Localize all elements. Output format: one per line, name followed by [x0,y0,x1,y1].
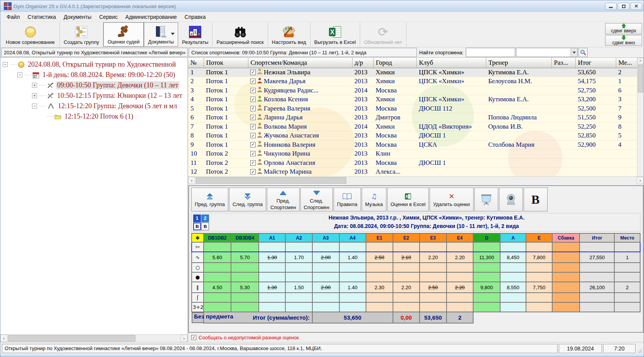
score-cell[interactable] [473,293,500,302]
score-cell[interactable] [393,302,420,312]
grid-header-Место[interactable]: Место [614,233,640,242]
apparatus-row-3[interactable]: ● [192,272,640,282]
table-row[interactable]: 10Поток 2✓Чикунова Ирина2013Клин [188,149,638,159]
table-row[interactable]: 11Поток 2✓Орлова Анастасия2013МоскваДЮСШ… [188,158,638,168]
tree-item-3[interactable]: +10:50-12:15 Группа: Юниорки (12 – 13 ле… [0,91,187,101]
tab-performance-2[interactable]: 2 [201,215,209,222]
table-row[interactable]: 3Поток 1✓Кудрявцева Радис...2014Москва52… [188,86,638,95]
column-header-Спортсмен/Команда[interactable]: Спортсмен/Команда [248,58,352,68]
column-header-Город[interactable]: Город [373,58,416,68]
column-header-Поток[interactable]: Поток [204,58,248,68]
score-cell[interactable] [552,263,580,272]
score-button-music[interactable]: ♫Музыка [362,188,386,211]
tree-expander[interactable]: + [32,83,37,88]
score-cell[interactable] [447,263,474,272]
score-cell[interactable] [231,263,259,272]
tree-item-4[interactable]: −12:15-12:20 Группа: Девочки (5 лет и мл [0,101,187,111]
athlete-checkbox[interactable]: ✓ [250,142,256,147]
score-cell[interactable]: 7,750 [526,282,552,293]
column-header-Тренер[interactable]: Тренер [486,58,551,68]
score-cell[interactable] [614,242,640,252]
score-cell[interactable]: 5.30 [231,282,259,293]
score-cell[interactable] [552,252,580,263]
scroll-right-button[interactable]: › [180,335,187,342]
athlete-checkbox[interactable]: ✓ [250,133,256,138]
score-cell[interactable] [580,242,614,252]
score-cell[interactable] [259,263,286,272]
apparatus-row-0[interactable]: ✄ [192,242,640,252]
tab-b-1[interactable]: B [193,223,201,230]
scroll-right-button[interactable]: › [637,177,644,184]
score-cell[interactable] [204,272,231,282]
score-cell[interactable] [552,272,580,282]
tree-expander[interactable]: − [17,72,22,77]
grid-header-✻[interactable]: ✻ [192,233,204,242]
score-cell[interactable]: 8,450 [500,252,526,263]
score-button-prev-athlete[interactable]: Пред.Спортсмен [267,188,299,211]
table-row[interactable]: 12Поток 2✓Майстер Марина2013Алекса... [188,168,638,177]
score-cell[interactable] [285,263,312,272]
score-cell[interactable] [393,242,420,252]
menu-item-Сервис[interactable]: Сервис [95,13,121,21]
score-cell[interactable] [231,293,259,302]
score-cell[interactable] [259,293,286,302]
athlete-checkbox[interactable]: ✓ [250,115,256,120]
score-cell[interactable] [473,272,500,282]
score-cell[interactable] [366,242,393,252]
score-cell[interactable] [500,272,526,282]
athlete-checkbox[interactable]: ✓ [250,97,256,102]
close-button[interactable]: ✕ [631,3,642,10]
toolbar-button-export-excel[interactable]: XВыгрузить в Excel [310,22,360,47]
table-row[interactable]: 2Поток 1✓Макеева Дарья2013ХимкиЦПСК «Хим… [188,77,638,86]
score-cell[interactable] [552,302,580,312]
score-cell[interactable] [339,242,366,252]
apparatus-row-1[interactable]: ∿5.605.701.301.702.001.402.502.102.202.2… [192,252,640,263]
apparatus-row-2[interactable]: ○ [192,263,640,272]
column-header-Клуб[interactable]: Клуб [416,58,486,68]
score-cell[interactable]: 1.50 [285,282,312,293]
score-cell[interactable] [473,242,500,252]
resize-grip[interactable] [637,348,642,353]
score-cell[interactable] [204,242,231,252]
score-button-prev-group[interactable]: Пред. группа [191,188,228,211]
scroll-up-button[interactable]: ˄ [637,58,644,64]
table-row[interactable]: 9Поток 1✓Новикова Валерия2013МоскваЦСКАС… [188,140,638,149]
score-cell[interactable] [552,242,580,252]
score-cell[interactable]: 4.50 [204,282,231,293]
score-cell[interactable] [204,302,231,312]
score-cell[interactable]: 2.00 [312,282,339,293]
table-row[interactable]: 5Поток 1✓Гареева Валерия2013МоскваДЮСШ 1… [188,104,638,113]
score-cell[interactable] [614,302,640,312]
score-button-next-athlete[interactable]: След.Спортсмен [300,188,333,211]
score-cell[interactable] [312,272,339,282]
grid-header-Сбавка[interactable]: Сбавка [552,233,580,242]
athletes-horizontal-scrollbar[interactable]: ‹ › [188,176,644,184]
score-cell[interactable] [393,293,420,302]
menu-item-Справка[interactable]: Справка [181,13,210,21]
score-cell[interactable]: 2.50 [420,282,447,293]
score-cell[interactable] [420,293,447,302]
maximize-button[interactable] [618,3,629,10]
athlete-checkbox[interactable]: ✓ [250,88,256,93]
score-cell[interactable]: 27,550 [580,252,614,263]
athlete-checkbox[interactable]: ✓ [250,124,256,129]
score-cell[interactable] [500,263,526,272]
score-cell[interactable] [580,302,614,312]
score-cell[interactable]: 5.60 [204,252,231,263]
score-cell[interactable] [204,293,231,302]
score-cell[interactable]: 7,800 [526,252,552,263]
grid-header-E1[interactable]: E1 [366,233,393,242]
score-cell[interactable]: 1.30 [259,252,286,263]
score-button-rules[interactable]: Правила [334,188,361,211]
score-cell[interactable] [614,272,640,282]
score-cell[interactable]: 2.00 [312,252,339,263]
score-cell[interactable] [526,242,552,252]
score-cell[interactable] [366,293,393,302]
column-header-Итог[interactable]: Итог [575,58,616,68]
score-cell[interactable]: 1.70 [285,252,312,263]
score-cell[interactable]: 11,300 [473,252,500,263]
toolbar-button-new-competition[interactable]: Новое соревнование [1,22,60,47]
table-row[interactable]: 1Поток 1✓Нежная Эльвира2013ХимкиЦПСК «Хи… [188,68,638,77]
grid-header-DB1DB2[interactable]: DB1DB2 [204,233,231,242]
scroll-left-button[interactable]: ‹ [188,177,195,184]
